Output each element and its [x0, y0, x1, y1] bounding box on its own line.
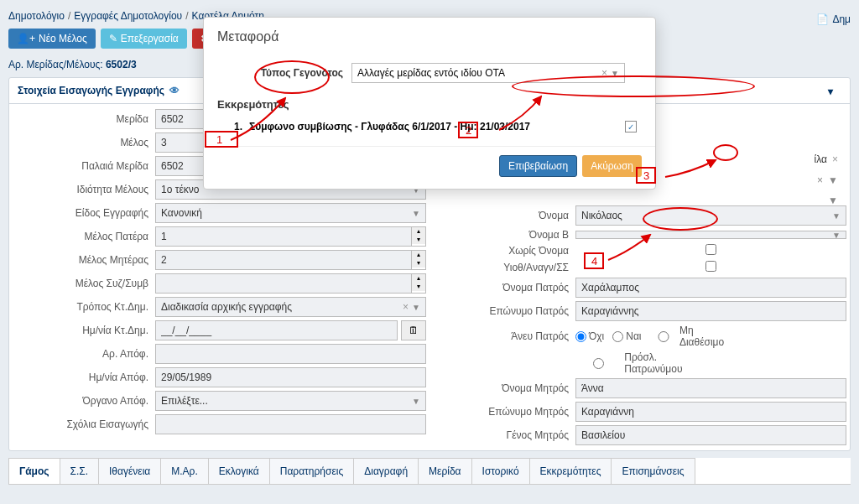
- aneu-oxi-radio[interactable]: [575, 331, 586, 342]
- spinner-up[interactable]: ▴: [412, 274, 425, 283]
- chevron-down-icon[interactable]: ▾: [828, 86, 833, 97]
- hmapof-label: Ημ/νία Απόφ.: [13, 372, 155, 383]
- tab-paratiriseis[interactable]: Παρατηρήσεις: [269, 458, 355, 484]
- aneu-prosl-radio[interactable]: [575, 358, 622, 369]
- tab-ss[interactable]: Σ.Σ.: [60, 458, 100, 484]
- aneu-nai-label: Ναι: [626, 330, 641, 342]
- eppat-input[interactable]: [575, 301, 846, 321]
- orgapof-value: Επιλέξτε...: [161, 395, 208, 407]
- clear-icon[interactable]: ×: [817, 174, 823, 186]
- tropos-select[interactable]: Διαδικασία αρχικής εγγραφής×▼: [155, 297, 426, 317]
- breadcrumb-section[interactable]: Εγγραφές Δημοτολογίου: [74, 10, 182, 22]
- top-tab-label: Δημ: [832, 13, 851, 25]
- aneu-nai-radio[interactable]: [612, 331, 623, 342]
- cancel-button[interactable]: Ακύρωση: [582, 155, 642, 177]
- onpat-input[interactable]: [575, 278, 846, 298]
- clear-icon[interactable]: ×: [832, 153, 838, 165]
- idiotita-value: 1ο τέκνο: [161, 184, 199, 195]
- edit-button[interactable]: ✎ Επεξεργασία: [101, 29, 187, 49]
- spinner-up[interactable]: ▴: [412, 227, 425, 236]
- tropos-value: Διαδικασία αρχικής εγγραφής: [161, 301, 292, 313]
- xwris-label: Χωρίς Όνομα: [433, 245, 575, 257]
- onoma-value: Νικόλαος: [581, 210, 622, 221]
- sxolia-input[interactable]: [155, 414, 426, 434]
- tab-gamos[interactable]: Γάμος: [8, 458, 60, 484]
- hmkd-label: Ημ/νία Κτ.Δημ.: [13, 325, 155, 336]
- spinner-down[interactable]: ▾: [412, 236, 425, 244]
- onoma-select[interactable]: Νικόλαος▼: [575, 205, 846, 226]
- record-number-label: Αρ. Μερίδας/Μέλους:: [8, 59, 103, 70]
- chevron-down-icon: ▼: [611, 69, 619, 78]
- confirm-button[interactable]: Επιβεβαίωση: [499, 155, 577, 177]
- eidos-select[interactable]: Κανονική▼: [155, 203, 426, 223]
- epmit-input[interactable]: [575, 402, 846, 422]
- arapof-input[interactable]: [155, 344, 426, 364]
- clear-icon[interactable]: ×: [601, 67, 607, 79]
- tabs: Γάμος Σ.Σ. Ιθαγένεια Μ.Αρ. Εκλογικά Παρα…: [8, 458, 851, 485]
- record-number-value: 6502/3: [106, 59, 137, 70]
- tab-ekkremotites[interactable]: Εκκρεμότητες: [529, 458, 612, 484]
- tab-diagrafi[interactable]: Διαγραφή: [353, 458, 419, 484]
- aneu-label: Άνευ Πατρός: [433, 330, 575, 342]
- hmkd-input[interactable]: [155, 320, 398, 340]
- chevron-down-icon: ▼: [832, 231, 841, 240]
- onomab-label: Όνομα Β: [433, 229, 575, 241]
- aneu-prosl-label: Πρόσλ. Πατρωνύμου: [624, 351, 682, 375]
- tab-merida[interactable]: Μερίδα: [418, 458, 471, 484]
- new-member-button[interactable]: 👤+ Νέο Μέλος: [8, 29, 96, 49]
- xwris-checkbox[interactable]: [575, 244, 846, 255]
- onomab-select[interactable]: ▼: [575, 231, 846, 239]
- transfer-modal: Μεταφορά Τύπος Γεγονότος Αλλαγές μερίδας…: [203, 17, 656, 190]
- chevron-down-icon: ▼: [828, 195, 838, 206]
- yioth-label: Υιοθ/Αναγν/ΣΣ: [433, 262, 575, 273]
- tab-mar[interactable]: Μ.Αρ.: [160, 458, 209, 484]
- epmit-label: Επώνυμο Μητρός: [433, 406, 575, 418]
- hmapof-input[interactable]: [155, 367, 426, 387]
- pending-checkbox[interactable]: ✓: [625, 121, 637, 132]
- breadcrumb-root[interactable]: Δημοτολόγιο: [8, 10, 65, 22]
- calendar-icon[interactable]: 🗓: [401, 320, 426, 340]
- event-type-select[interactable]: Αλλαγές μερίδας εντός ιδίου ΟΤΑ × ▼: [351, 63, 625, 83]
- tab-episimanseis[interactable]: Επισημάνσεις: [611, 458, 695, 484]
- spinner-down[interactable]: ▾: [412, 259, 425, 268]
- eye-icon[interactable]: 👁: [169, 85, 180, 96]
- chevron-down-icon: ▼: [412, 209, 420, 218]
- mp-input[interactable]: [155, 226, 412, 247]
- tab-ithageneia[interactable]: Ιθαγένεια: [98, 458, 161, 484]
- pencil-icon: ✎: [109, 33, 117, 44]
- spinner-up[interactable]: ▴: [412, 251, 425, 259]
- eidos-value: Κανονική: [161, 207, 202, 219]
- idiotita-label: Ιδιότητα Μέλους: [13, 184, 155, 195]
- aneu-na-label: Μη Διαθέσιμο: [679, 325, 724, 348]
- chevron-down-icon: ▼: [832, 211, 841, 221]
- event-type-label: Τύπος Γεγονότος: [234, 67, 351, 79]
- chevron-down-icon: ▼: [412, 303, 420, 312]
- eidos-label: Είδος Εγγραφής: [13, 207, 155, 219]
- tab-istoriko[interactable]: Ιστορικό: [471, 458, 530, 484]
- genos-input[interactable]: [575, 425, 846, 445]
- tab-eklogika[interactable]: Εκλογικά: [208, 458, 270, 484]
- pending-text: Σύμφωνο συμβίωσης - Γλυφάδας 6/1/2017 - …: [249, 121, 625, 132]
- top-tab-fragment: 📄 Δημ: [808, 10, 859, 29]
- chevron-down-icon: ▼: [828, 174, 838, 186]
- chevron-down-icon: ▼: [412, 397, 420, 406]
- event-type-value: Αλλαγές μερίδας εντός ιδίου ΟΤΑ: [357, 67, 505, 79]
- aneu-na-radio[interactable]: [650, 331, 677, 342]
- pending-heading: Εκκρεμότητες: [217, 98, 642, 111]
- sxolia-label: Σχόλια Εισαγωγής: [13, 418, 155, 430]
- user-plus-icon: 👤+: [17, 33, 35, 44]
- orgapof-label: Όργανο Απόφ.: [13, 395, 155, 407]
- ms-input[interactable]: [155, 273, 412, 294]
- yioth-checkbox[interactable]: [575, 261, 846, 272]
- mm-input[interactable]: [155, 250, 412, 270]
- onmit-input[interactable]: [575, 378, 846, 398]
- clear-icon[interactable]: ×: [403, 301, 409, 313]
- onpat-label: Όνομα Πατρός: [433, 282, 575, 294]
- mp-label: Μέλος Πατέρα: [13, 231, 155, 242]
- genos-label: Γένος Μητρός: [433, 429, 575, 441]
- old-merida-label: Παλαιά Μερίδα: [13, 160, 155, 172]
- edit-label: Επεξεργασία: [121, 33, 179, 44]
- spinner-down[interactable]: ▾: [412, 283, 425, 291]
- breadcrumb-sep: /: [185, 10, 188, 22]
- orgapof-select[interactable]: Επιλέξτε...▼: [155, 391, 426, 411]
